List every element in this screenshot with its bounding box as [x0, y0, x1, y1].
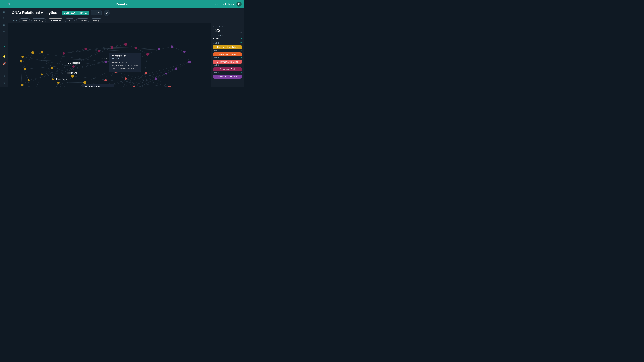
svg-line-4 [72, 76, 85, 82]
layer-btn-3[interactable]: Department:Operations [213, 60, 242, 64]
svg-line-6 [58, 82, 85, 83]
greeting-text: Hello, Iwani! [222, 3, 234, 5]
sidebar-settings-icon[interactable]: ⚙ [3, 81, 5, 85]
tooltip-hana-name: ★ Hana Kwon [85, 85, 111, 87]
layer-label-3: LAYER 3 [213, 57, 220, 59]
view-toggle-btn[interactable]: ○ ○ ○ [91, 10, 102, 15]
sidebar-refresh-icon[interactable]: ↻ [3, 16, 5, 20]
sidebar-table-icon[interactable]: ☷ [3, 23, 5, 26]
tooltip-james-score: Avg. Relationship Score: 58% [112, 64, 138, 67]
svg-line-43 [106, 72, 116, 80]
app-title: Panalyt [116, 2, 129, 6]
layer-dropdown-4[interactable]: ▼ [240, 64, 242, 66]
top-bar: ONA: Relational Analytics 1 Jan, 2020 - … [8, 8, 244, 17]
filter-operations[interactable]: Operations [48, 18, 64, 22]
layer-label-4: LAYER 4 [213, 64, 220, 66]
svg-line-71 [99, 49, 159, 51]
layer-btn-5[interactable]: Department: Finance [213, 75, 242, 79]
group-by-row: None ▼ [213, 37, 242, 40]
population-label: Population [213, 26, 242, 27]
svg-line-28 [126, 44, 136, 48]
network-graph[interactable]: Desmond SohLily HagakureFelicia ChoRoma … [8, 23, 211, 87]
menu-icon[interactable]: ☰ [3, 2, 5, 6]
tooltip-james-dept: Finance [112, 57, 138, 60]
header-right: ►► Hello, Iwani! JP [213, 1, 242, 6]
menu-lines-icon: ☰ [85, 11, 87, 14]
layer-dropdown-3[interactable]: ▼ [240, 56, 242, 59]
svg-line-33 [184, 52, 190, 62]
svg-line-17 [22, 80, 28, 85]
header-left: ☰ 🔍 [3, 2, 12, 6]
layer-btn-1[interactable]: Department: Marketing [213, 45, 242, 49]
reset-button[interactable]: Reset [12, 19, 18, 22]
svg-line-22 [42, 52, 53, 79]
svg-point-144 [145, 71, 147, 74]
svg-line-5 [40, 76, 72, 87]
svg-point-145 [168, 86, 171, 87]
sidebar-number-1[interactable]: 1 [4, 40, 5, 42]
layer-section-5: LAYER 5▼Department: Finance [213, 71, 242, 79]
svg-line-101 [53, 51, 99, 79]
svg-line-99 [40, 66, 74, 87]
svg-point-136 [146, 53, 149, 56]
avatar[interactable]: JP [236, 1, 242, 6]
svg-point-126 [41, 73, 43, 75]
filter-finance[interactable]: Finance [76, 18, 89, 22]
sidebar-divider [2, 36, 7, 36]
tooltip-hana-kwon: ★ Hana Kwon Marketing Relationships: 38 … [82, 84, 114, 87]
svg-point-134 [124, 43, 127, 46]
filter-design[interactable]: Design [91, 18, 102, 22]
layer-dropdown-1[interactable]: ▼ [240, 42, 242, 44]
svg-line-38 [146, 73, 170, 87]
layer-dropdown-2[interactable]: ▼ [240, 49, 242, 51]
refresh-button[interactable]: ↻ [104, 10, 110, 16]
svg-line-102 [64, 48, 112, 53]
forward-button[interactable]: ►► [213, 2, 220, 6]
svg-point-140 [188, 60, 191, 63]
right-panel: Population 123 Total GROUP BY None ▼ [211, 23, 244, 87]
sidebar-rocket-icon[interactable]: 🚀 [2, 62, 6, 65]
sidebar-share-icon[interactable]: ⇩ [3, 75, 5, 78]
svg-point-108 [104, 61, 107, 63]
filter-sales[interactable]: Sales [19, 18, 30, 22]
layer-section-2: LAYER 2▼Department: Sales [213, 49, 242, 56]
filter-tech[interactable]: Tech [65, 18, 74, 22]
svg-point-148 [133, 86, 135, 87]
tooltip-james-rel: Relationships: 12 [112, 61, 138, 64]
svg-point-138 [170, 45, 173, 48]
sidebar-list-icon[interactable]: ☰ [3, 68, 5, 71]
sidebar-balance-icon[interactable]: ⚖ [3, 30, 5, 33]
page-title: ONA: Relational Analytics [12, 10, 57, 15]
svg-point-110 [71, 75, 74, 78]
svg-point-128 [41, 51, 43, 53]
layers-container: LAYER 1▼Department: MarketingLAYER 2▼Dep… [213, 42, 242, 79]
svg-point-121 [31, 51, 34, 54]
date-range-button[interactable]: 1 Jan, 2020 - Today ☰ [62, 10, 89, 15]
svg-point-142 [165, 72, 167, 75]
sidebar-number-2[interactable]: 2 [4, 46, 5, 48]
layer-section-4: LAYER 4▼Department: Tech [213, 64, 242, 71]
sidebar-filter-icon[interactable]: ☷ [3, 10, 5, 13]
svg-line-2 [23, 57, 74, 66]
svg-point-135 [135, 47, 137, 49]
svg-point-150 [104, 79, 107, 81]
svg-point-131 [84, 48, 87, 50]
group-by-dropdown[interactable]: ▼ [240, 37, 242, 40]
search-icon[interactable]: 🔍 [8, 2, 12, 6]
svg-line-19 [36, 74, 42, 87]
sidebar-bulb-icon[interactable]: 💡 [2, 55, 6, 58]
population-count: 123 [213, 28, 220, 33]
svg-line-26 [99, 48, 112, 51]
app-container: ☰ 🔍 Panalyt ►► Hello, Iwani! JP ☷ ↻ ☷ ⚖ … [0, 0, 244, 87]
svg-line-65 [40, 83, 58, 87]
sidebar: ☷ ↻ ☷ ⚖ 1 2 💡 🚀 ☰ ⇩ ⚙ [0, 8, 8, 87]
layer-dropdown-5[interactable]: ▼ [240, 71, 242, 73]
layer-label-2: LAYER 2 [213, 49, 220, 51]
svg-point-130 [62, 52, 65, 55]
tooltip-james-diversity: Org. Diversity Index: 10% [112, 67, 138, 70]
circle-icon-3: ○ [98, 11, 100, 14]
layer-btn-2[interactable]: Department: Sales [213, 52, 242, 56]
tooltip-james-tan: ★ James Tan Finance Relationships: 12 Av… [109, 53, 141, 72]
layer-btn-4[interactable]: Department: Tech [213, 67, 242, 71]
filter-marketing[interactable]: Marketing [31, 18, 46, 22]
